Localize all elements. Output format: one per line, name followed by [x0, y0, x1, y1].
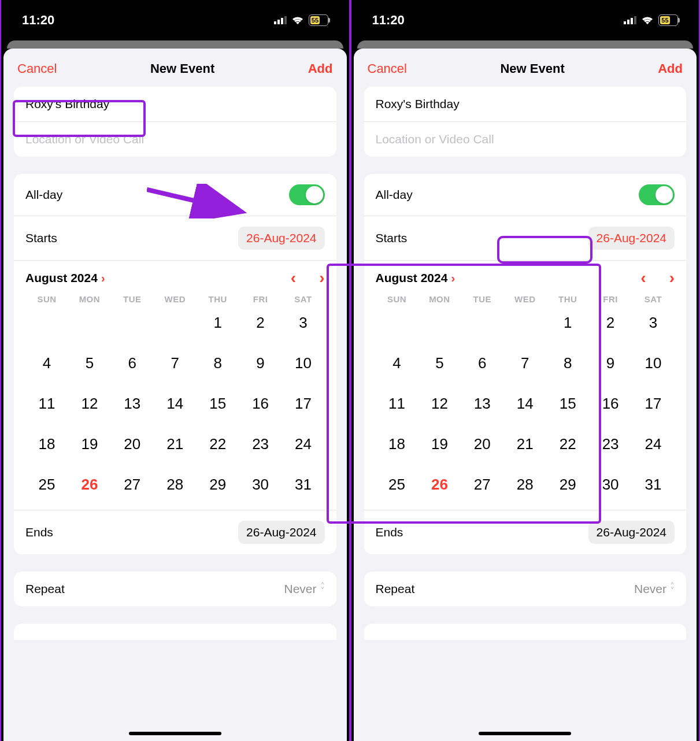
event-title-field[interactable]: Roxy's Birthday	[25, 97, 109, 111]
calendar-day[interactable]: 17	[632, 390, 675, 417]
calendar-day[interactable]: 18	[25, 430, 68, 458]
calendar-day[interactable]: 12	[68, 390, 111, 417]
calendar-day[interactable]: 28	[154, 470, 197, 498]
status-right: 55	[624, 14, 678, 26]
calendar-month-button[interactable]: August 2024 ›	[25, 271, 105, 285]
calendar-day[interactable]: 13	[111, 390, 154, 417]
calendar-day[interactable]: 21	[154, 430, 197, 458]
calendar-day[interactable]: 16	[239, 390, 282, 417]
calendar-next-month[interactable]: ›	[319, 269, 324, 287]
calendar-day[interactable]: 30	[239, 470, 282, 498]
section-title-location: Roxy's Birthday Location or Video Call	[364, 87, 687, 157]
calendar-day-empty: .	[376, 309, 418, 336]
allday-row: All-day	[364, 174, 687, 216]
calendar-day[interactable]: 14	[154, 390, 197, 417]
starts-date-pill[interactable]: 26-Aug-2024	[238, 227, 324, 250]
calendar-day[interactable]: 27	[461, 470, 503, 498]
calendar-day[interactable]: 29	[197, 470, 239, 498]
cancel-button[interactable]: Cancel	[368, 61, 407, 76]
calendar-day[interactable]: 29	[546, 470, 589, 498]
calendar-day[interactable]: 20	[461, 430, 503, 458]
calendar-day[interactable]: 28	[503, 470, 546, 498]
calendar-day[interactable]: 2	[589, 309, 632, 336]
calendar-day[interactable]: 11	[376, 390, 418, 417]
section-repeat: Repeat Never ˄˅	[14, 572, 336, 606]
calendar-day[interactable]: 23	[239, 430, 282, 458]
calendar-day[interactable]: 16	[589, 390, 632, 417]
home-indicator[interactable]	[479, 732, 571, 735]
calendar-day[interactable]: 17	[282, 390, 325, 417]
calendar-day[interactable]: 19	[68, 430, 111, 458]
calendar-day[interactable]: 26	[68, 470, 111, 498]
calendar-day[interactable]: 10	[282, 349, 325, 377]
calendar-day[interactable]: 2	[239, 309, 282, 336]
calendar-day[interactable]: 27	[111, 470, 154, 498]
add-button[interactable]: Add	[308, 61, 333, 76]
event-title-field[interactable]: Roxy's Birthday	[376, 97, 460, 111]
chevron-right-icon: ›	[101, 272, 105, 285]
calendar-day[interactable]: 25	[376, 470, 418, 498]
location-row[interactable]: Location or Video Call	[364, 121, 687, 157]
calendar-day[interactable]: 21	[503, 430, 546, 458]
calendar-day[interactable]: 30	[589, 470, 632, 498]
calendar-day[interactable]: 24	[282, 430, 325, 458]
calendar-day[interactable]: 7	[154, 349, 197, 377]
allday-toggle[interactable]	[639, 184, 675, 205]
calendar-day[interactable]: 9	[589, 349, 632, 377]
calendar-day[interactable]: 1	[197, 309, 239, 336]
calendar-day[interactable]: 8	[197, 349, 239, 377]
calendar-day[interactable]: 10	[632, 349, 675, 377]
calendar-day[interactable]: 25	[25, 470, 68, 498]
ends-date-pill[interactable]: 26-Aug-2024	[588, 521, 675, 544]
location-row[interactable]: Location or Video Call	[14, 121, 336, 157]
calendar-day[interactable]: 7	[503, 349, 546, 377]
calendar-day[interactable]: 12	[418, 390, 461, 417]
calendar-day[interactable]: 6	[111, 349, 154, 377]
calendar-day[interactable]: 15	[546, 390, 589, 417]
calendar-day[interactable]: 26	[418, 470, 461, 498]
calendar-day[interactable]: 4	[376, 349, 418, 377]
calendar-day[interactable]: 15	[197, 390, 239, 417]
calendar-day[interactable]: 31	[632, 470, 675, 498]
calendar-day[interactable]: 11	[25, 390, 68, 417]
repeat-row[interactable]: Repeat Never ˄˅	[14, 572, 336, 606]
sheet-header: Cancel New Event Add	[3, 49, 347, 87]
sheet-header: Cancel New Event Add	[354, 49, 697, 87]
calendar-day[interactable]: 18	[376, 430, 418, 458]
calendar-day[interactable]: 23	[589, 430, 632, 458]
repeat-row[interactable]: Repeat Never ˄˅	[364, 572, 687, 606]
calendar-day[interactable]: 6	[461, 349, 503, 377]
calendar-header: August 2024 › ‹ ›	[376, 269, 675, 287]
home-indicator[interactable]	[129, 732, 221, 735]
starts-date-pill[interactable]: 26-Aug-2024	[588, 227, 675, 250]
calendar-prev-month[interactable]: ‹	[640, 269, 646, 287]
calendar-day[interactable]: 9	[239, 349, 282, 377]
calendar-day[interactable]: 22	[546, 430, 589, 458]
calendar-day[interactable]: 19	[418, 430, 461, 458]
calendar-day[interactable]: 13	[461, 390, 503, 417]
calendar-prev-month[interactable]: ‹	[291, 269, 296, 287]
calendar-day[interactable]: 20	[111, 430, 154, 458]
calendar-day[interactable]: 5	[418, 349, 461, 377]
weekday-label: TUE	[461, 294, 503, 304]
sheet-title: New Event	[150, 61, 214, 76]
calendar-month-button[interactable]: August 2024 ›	[376, 271, 455, 285]
calendar-day[interactable]: 5	[68, 349, 111, 377]
allday-toggle[interactable]	[289, 184, 325, 205]
calendar-day[interactable]: 1	[546, 309, 589, 336]
title-row[interactable]: Roxy's Birthday	[364, 87, 687, 121]
calendar-day[interactable]: 31	[282, 470, 325, 498]
calendar-day[interactable]: 3	[282, 309, 325, 336]
cancel-button[interactable]: Cancel	[17, 61, 57, 76]
calendar-day[interactable]: 22	[197, 430, 239, 458]
calendar-day[interactable]: 8	[546, 349, 589, 377]
calendar-month-label: August 2024	[25, 271, 98, 285]
calendar-day[interactable]: 4	[25, 349, 68, 377]
calendar-day[interactable]: 3	[632, 309, 675, 336]
title-row[interactable]: Roxy's Birthday	[14, 87, 336, 121]
calendar-next-month[interactable]: ›	[669, 269, 675, 287]
add-button[interactable]: Add	[658, 61, 683, 76]
calendar-day[interactable]: 14	[503, 390, 546, 417]
ends-date-pill[interactable]: 26-Aug-2024	[238, 521, 324, 544]
calendar-day[interactable]: 24	[632, 430, 675, 458]
